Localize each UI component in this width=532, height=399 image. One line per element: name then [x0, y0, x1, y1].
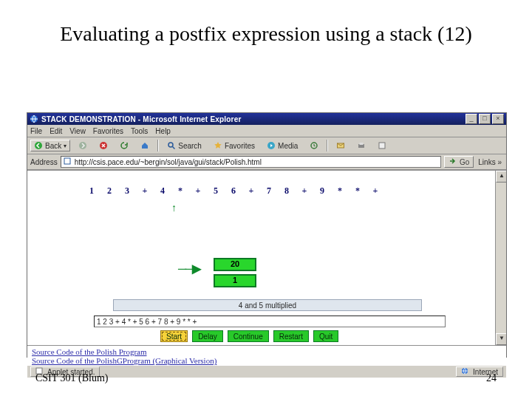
token: + [194, 185, 202, 197]
search-icon [167, 141, 176, 150]
media-button[interactable]: Media [263, 140, 301, 151]
stack-item: 1 [214, 274, 256, 287]
quit-button[interactable]: Quit [313, 330, 338, 342]
mail-icon [336, 141, 345, 150]
back-button[interactable]: Back ▾ [30, 140, 70, 151]
menu-help[interactable]: Help [155, 127, 171, 135]
expression-tokens: 1 2 3 + 4 * + 5 6 + 7 8 + 9 * * + [88, 185, 379, 197]
stop-icon [99, 141, 108, 150]
token: + [301, 185, 308, 197]
source-links: Source Code of the Polish Program Source… [27, 345, 506, 365]
edit-button[interactable] [374, 140, 390, 151]
delay-button[interactable]: Delay [192, 330, 223, 342]
mail-button[interactable] [332, 140, 349, 151]
refresh-button[interactable] [116, 140, 132, 151]
minimize-button[interactable]: _ [466, 114, 477, 124]
star-icon [214, 141, 222, 150]
vertical-scrollbar[interactable]: ▲ ▼ [495, 171, 506, 345]
token: 3 [123, 185, 131, 197]
footer-left: CSIT 301 (Blum) [35, 372, 109, 384]
token: 4 [159, 185, 166, 197]
continue-button[interactable]: Continue [228, 330, 269, 342]
expression-input[interactable]: 1 2 3 + 4 * + 5 6 + 7 8 + 9 * * + [94, 316, 446, 327]
toolbar: Back ▾ [27, 137, 506, 154]
token: + [372, 185, 379, 197]
media-label: Media [278, 142, 298, 150]
scroll-up-icon[interactable]: ▲ [496, 171, 506, 183]
applet-buttons: Start Delay Continue Restart Quit [160, 330, 338, 342]
scroll-down-icon[interactable]: ▼ [496, 333, 506, 345]
media-icon [267, 141, 276, 150]
go-icon [449, 157, 457, 166]
stack-top: 20 [214, 258, 256, 271]
svg-point-2 [79, 142, 86, 149]
favorites-label: Favorites [225, 142, 255, 150]
forward-icon [78, 141, 87, 150]
address-label: Address [30, 158, 58, 166]
source-link-2[interactable]: Source Code of the PolishGProgram (Graph… [32, 356, 502, 365]
expression-value: 1 2 3 + 4 * + 5 6 + 7 8 + 9 * * + [97, 318, 197, 326]
token: * [354, 185, 361, 197]
token: * [177, 185, 184, 197]
ie-icon [30, 115, 38, 123]
window-title: STACK DEMONSTRATION - Microsoft Internet… [41, 115, 242, 123]
svg-point-1 [35, 142, 42, 149]
token: 7 [265, 185, 273, 197]
go-button[interactable]: Go [444, 156, 474, 168]
close-button[interactable]: × [492, 114, 504, 124]
token: 1 [88, 185, 95, 197]
token: 8 [283, 185, 290, 197]
svg-point-4 [168, 143, 173, 147]
menu-edit[interactable]: Edit [50, 127, 62, 135]
token: 5 [212, 185, 219, 197]
maximize-button[interactable]: □ [479, 114, 491, 124]
applet-area: 1 2 3 + 4 * + 5 6 + 7 8 + 9 * * + ↑ ──▶ [27, 170, 506, 345]
favorites-button[interactable]: Favorites [210, 140, 259, 151]
go-label: Go [460, 158, 469, 166]
token: * [336, 185, 344, 197]
menu-favorites[interactable]: Favorites [93, 127, 123, 135]
address-input[interactable]: http://csis.pace.edu/~bergin/sol/java/gu… [61, 156, 441, 168]
applet-message: 4 and 5 multiplied [113, 299, 422, 311]
menu-bar: File Edit View Favorites Tools Help [27, 125, 506, 137]
stack: 20 1 [214, 258, 256, 290]
stop-button[interactable] [95, 140, 112, 151]
slide: Evaluating a postfix expression using a … [0, 0, 532, 399]
svg-rect-11 [64, 158, 70, 164]
home-button[interactable] [137, 140, 153, 151]
token: 6 [230, 185, 237, 197]
print-button[interactable] [353, 140, 369, 151]
refresh-icon [120, 141, 129, 150]
restart-button[interactable]: Restart [273, 330, 309, 342]
token: + [248, 185, 255, 197]
address-bar: Address http://csis.pace.edu/~bergin/sol… [27, 154, 506, 170]
token-pointer-icon: ↑ [171, 202, 177, 214]
menu-view[interactable]: View [69, 127, 86, 135]
print-icon [357, 141, 366, 150]
svg-rect-9 [360, 143, 364, 145]
forward-button[interactable] [75, 140, 91, 151]
menu-file[interactable]: File [30, 127, 42, 135]
token: + [141, 185, 149, 197]
source-link-1[interactable]: Source Code of the Polish Program [32, 347, 502, 356]
browser-window: STACK DEMONSTRATION - Microsoft Internet… [27, 112, 507, 358]
internet-zone-icon [461, 367, 470, 376]
stack-pointer-icon: ──▶ [178, 262, 200, 276]
back-icon [34, 141, 43, 150]
home-icon [140, 141, 149, 150]
slide-title: Evaluating a postfix expression using a … [0, 21, 532, 47]
back-label: Back [45, 142, 61, 150]
start-button[interactable]: Start [160, 330, 188, 342]
token: 2 [106, 185, 113, 197]
chevron-down-icon: ▾ [64, 143, 66, 149]
search-button[interactable]: Search [163, 140, 205, 151]
links-label[interactable]: Links » [477, 158, 503, 166]
history-button[interactable] [306, 140, 322, 151]
footer-right: 24 [486, 372, 497, 384]
titlebar: STACK DEMONSTRATION - Microsoft Internet… [27, 113, 506, 125]
token: 9 [318, 185, 326, 197]
address-value: http://csis.pace.edu/~bergin/sol/java/gu… [75, 158, 262, 166]
edit-icon [378, 141, 386, 150]
menu-tools[interactable]: Tools [131, 127, 148, 135]
history-icon [310, 141, 318, 150]
